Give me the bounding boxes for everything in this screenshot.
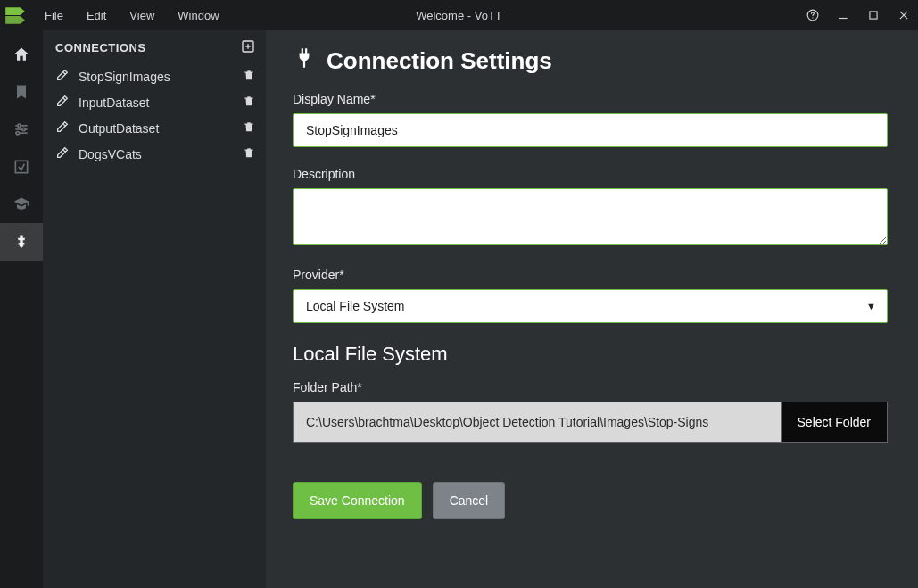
svg-rect-16 [244,72,252,73]
add-connection-icon[interactable] [241,39,255,56]
svg-point-1 [812,17,813,18]
delete-connection-icon[interactable] [243,95,255,110]
form-actions: Save Connection Cancel [293,482,888,519]
nav-connections[interactable] [0,223,43,261]
svg-point-11 [16,132,19,135]
menu-file[interactable]: File [34,5,74,26]
connections-header: CONNECTIONS [43,30,266,63]
nav-learn[interactable] [0,186,43,223]
connection-item[interactable]: OutputDataset [43,115,266,141]
connection-item-label: DogsVCats [79,147,142,161]
menu-view[interactable]: View [119,5,165,26]
description-label: Description [293,167,888,181]
maximize-icon[interactable] [866,8,881,22]
folder-path-group: Folder Path* Select Folder [293,380,888,443]
connection-item[interactable]: InputDataset [43,89,266,115]
folder-path-label: Folder Path* [293,380,888,394]
nav-sliders[interactable] [0,111,43,148]
chevron-down-icon: ▼ [866,301,876,311]
description-input[interactable] [293,188,888,245]
connection-item[interactable]: DogsVCats [43,141,266,167]
display-name-label: Display Name* [293,92,888,106]
edit-icon [55,68,70,85]
provider-section-title: Local File System [293,343,888,366]
page-title: Connection Settings [293,46,888,76]
connections-header-label: CONNECTIONS [55,41,146,54]
delete-connection-icon[interactable] [243,120,255,136]
save-connection-button[interactable]: Save Connection [293,482,422,519]
close-icon[interactable] [897,8,911,22]
description-group: Description [293,167,888,248]
delete-connection-icon[interactable] [243,146,255,161]
connection-item-label: OutputDataset [79,121,159,136]
connection-item[interactable]: StopSignImages [43,63,266,89]
plug-icon [293,46,316,76]
edit-icon [55,120,70,137]
folder-path-input[interactable] [293,402,781,443]
connection-item-label: InputDataset [79,95,149,110]
app-body: CONNECTIONS StopSignImages InputDataset [0,30,918,588]
svg-rect-19 [244,150,252,151]
menu-bar: File Edit View Window [34,5,230,26]
svg-rect-17 [244,98,252,99]
display-name-input[interactable] [293,113,888,147]
titlebar: File Edit View Window Welcome - VoTT [0,0,918,30]
edit-icon [55,145,70,162]
nav-export[interactable] [0,148,43,186]
app-logo [4,4,27,27]
provider-select[interactable]: Local File System ▼ [293,289,888,323]
edit-icon [55,94,70,111]
svg-point-10 [22,128,25,130]
page-title-text: Connection Settings [327,47,552,75]
provider-label: Provider* [293,268,888,282]
svg-rect-3 [870,12,877,19]
nav-bookmark[interactable] [0,73,43,111]
delete-connection-icon[interactable] [243,69,255,84]
cancel-button[interactable]: Cancel [433,482,506,519]
help-icon[interactable] [806,8,820,22]
menu-edit[interactable]: Edit [76,5,117,26]
titlebar-controls [806,8,911,22]
menu-window[interactable]: Window [167,5,229,26]
nav-home[interactable] [0,36,43,73]
connection-item-label: StopSignImages [79,70,170,84]
nav-rail [0,30,43,588]
select-folder-button[interactable]: Select Folder [781,402,888,443]
connections-list: StopSignImages InputDataset OutputDatase… [43,63,266,167]
provider-group: Provider* Local File System ▼ [293,268,888,323]
content-area: Connection Settings Display Name* Descri… [266,30,918,588]
svg-point-9 [18,124,21,127]
display-name-group: Display Name* [293,92,888,147]
svg-rect-12 [15,161,27,172]
minimize-icon[interactable] [836,8,850,22]
provider-selected-value: Local File System [306,299,404,313]
connections-panel: CONNECTIONS StopSignImages InputDataset [43,30,266,588]
svg-rect-18 [244,124,252,125]
